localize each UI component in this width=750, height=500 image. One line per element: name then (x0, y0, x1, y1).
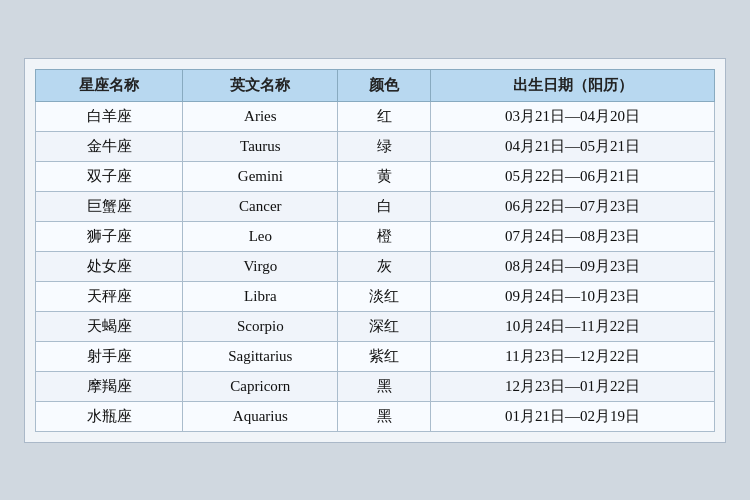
cell-english: Virgo (183, 251, 338, 281)
cell-chinese: 射手座 (36, 341, 183, 371)
cell-color: 红 (338, 101, 431, 131)
cell-dates: 03月21日—04月20日 (431, 101, 715, 131)
zodiac-table-container: 星座名称 英文名称 颜色 出生日期（阳历） 白羊座Aries红03月21日—04… (24, 58, 726, 443)
cell-chinese: 白羊座 (36, 101, 183, 131)
table-header-row: 星座名称 英文名称 颜色 出生日期（阳历） (36, 69, 715, 101)
cell-dates: 12月23日—01月22日 (431, 371, 715, 401)
cell-chinese: 摩羯座 (36, 371, 183, 401)
table-row: 金牛座Taurus绿04月21日—05月21日 (36, 131, 715, 161)
cell-english: Aquarius (183, 401, 338, 431)
cell-english: Taurus (183, 131, 338, 161)
table-row: 处女座Virgo灰08月24日—09月23日 (36, 251, 715, 281)
cell-english: Leo (183, 221, 338, 251)
header-english: 英文名称 (183, 69, 338, 101)
cell-color: 深红 (338, 311, 431, 341)
cell-color: 黑 (338, 401, 431, 431)
cell-dates: 08月24日—09月23日 (431, 251, 715, 281)
cell-color: 紫红 (338, 341, 431, 371)
header-chinese: 星座名称 (36, 69, 183, 101)
cell-dates: 09月24日—10月23日 (431, 281, 715, 311)
zodiac-table: 星座名称 英文名称 颜色 出生日期（阳历） 白羊座Aries红03月21日—04… (35, 69, 715, 432)
header-color: 颜色 (338, 69, 431, 101)
cell-color: 黑 (338, 371, 431, 401)
cell-chinese: 狮子座 (36, 221, 183, 251)
cell-color: 灰 (338, 251, 431, 281)
cell-dates: 07月24日—08月23日 (431, 221, 715, 251)
cell-dates: 04月21日—05月21日 (431, 131, 715, 161)
cell-english: Libra (183, 281, 338, 311)
cell-color: 橙 (338, 221, 431, 251)
cell-color: 淡红 (338, 281, 431, 311)
cell-english: Capricorn (183, 371, 338, 401)
cell-chinese: 处女座 (36, 251, 183, 281)
cell-english: Scorpio (183, 311, 338, 341)
cell-dates: 01月21日—02月19日 (431, 401, 715, 431)
table-row: 双子座Gemini黄05月22日—06月21日 (36, 161, 715, 191)
table-row: 天秤座Libra淡红09月24日—10月23日 (36, 281, 715, 311)
table-row: 水瓶座Aquarius黑01月21日—02月19日 (36, 401, 715, 431)
cell-color: 黄 (338, 161, 431, 191)
cell-chinese: 双子座 (36, 161, 183, 191)
cell-dates: 11月23日—12月22日 (431, 341, 715, 371)
table-row: 摩羯座Capricorn黑12月23日—01月22日 (36, 371, 715, 401)
table-row: 射手座Sagittarius紫红11月23日—12月22日 (36, 341, 715, 371)
cell-english: Gemini (183, 161, 338, 191)
cell-chinese: 天蝎座 (36, 311, 183, 341)
cell-english: Aries (183, 101, 338, 131)
cell-chinese: 水瓶座 (36, 401, 183, 431)
table-row: 巨蟹座Cancer白06月22日—07月23日 (36, 191, 715, 221)
cell-english: Cancer (183, 191, 338, 221)
cell-dates: 10月24日—11月22日 (431, 311, 715, 341)
cell-chinese: 金牛座 (36, 131, 183, 161)
cell-color: 绿 (338, 131, 431, 161)
cell-dates: 05月22日—06月21日 (431, 161, 715, 191)
cell-dates: 06月22日—07月23日 (431, 191, 715, 221)
cell-chinese: 天秤座 (36, 281, 183, 311)
table-row: 白羊座Aries红03月21日—04月20日 (36, 101, 715, 131)
cell-chinese: 巨蟹座 (36, 191, 183, 221)
cell-english: Sagittarius (183, 341, 338, 371)
table-row: 天蝎座Scorpio深红10月24日—11月22日 (36, 311, 715, 341)
cell-color: 白 (338, 191, 431, 221)
table-row: 狮子座Leo橙07月24日—08月23日 (36, 221, 715, 251)
header-dates: 出生日期（阳历） (431, 69, 715, 101)
